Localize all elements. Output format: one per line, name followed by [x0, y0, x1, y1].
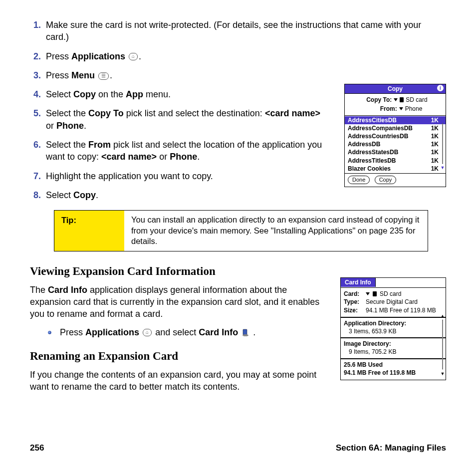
chevron-down-icon — [399, 107, 403, 110]
from-picklist[interactable]: Phone — [399, 105, 423, 113]
step-num: 6. — [30, 139, 46, 163]
from-label: From: — [368, 105, 397, 113]
cardinfo-tab: Card Info — [340, 277, 376, 287]
copy-dialog-titlebar: Copy i — [345, 84, 446, 94]
cardinfo-icon — [241, 329, 249, 337]
copy-to-label: Copy To: — [363, 96, 392, 104]
copy-dialog-title: Copy — [388, 85, 403, 92]
list-item[interactable]: AddressTitlesDB1K — [345, 157, 446, 165]
list-item[interactable]: AddressCountriesDB1K — [345, 132, 446, 140]
cardinfo-imgdir: Image Directory: 9 Items, 705.2 KB — [341, 337, 446, 358]
info-icon[interactable]: i — [437, 85, 444, 91]
list-item[interactable]: AddressCitiesDB1K — [345, 116, 446, 124]
scrollbar[interactable]: ▲ ▼ — [441, 313, 445, 377]
copy-to-picklist[interactable]: SD card — [394, 96, 427, 104]
step-num: 5. — [30, 107, 46, 132]
svg-rect-0 — [243, 329, 247, 335]
cardinfo-type: Secure Digital Card — [366, 298, 418, 306]
step-body: Press Applications ⌂. — [46, 50, 446, 62]
copy-button[interactable]: Copy — [375, 176, 397, 184]
step-body: Make sure the card is not write-protecte… — [46, 19, 446, 43]
list-item[interactable]: AddressStatesDB1K — [345, 148, 446, 156]
page-footer: 256 Section 6A: Managing Files — [30, 443, 446, 454]
step-body: Select Copy. — [46, 189, 446, 201]
copy-dialog-picks: Copy To: SD card From: Phone — [345, 94, 446, 115]
step-num: 7. — [30, 170, 46, 182]
svg-point-1 — [242, 334, 248, 336]
cardinfo-header: Card: SD card Type: Secure Digital Card … — [341, 287, 446, 317]
step-body: Press Menu ☰. — [46, 69, 446, 81]
list-item[interactable]: Blazer Cookies1K — [345, 165, 446, 173]
cardinfo-usage: 25.6 MB Used 94.1 MB Free of 119.8 MB — [341, 358, 446, 380]
scroll-down-icon[interactable]: ▼ — [441, 371, 445, 377]
cardinfo-card-picklist[interactable]: SD card — [366, 290, 401, 298]
list-item[interactable]: AddressCompaniesDB1K — [345, 124, 446, 132]
cardinfo-size: 94.1 MB Free of 119.8 MB — [366, 306, 436, 314]
scroll-up-icon[interactable]: ▲ — [441, 116, 445, 122]
applications-icon: ⌂ — [129, 53, 138, 60]
tip-label: Tip: — [54, 211, 124, 250]
step-num: 3. — [30, 69, 46, 81]
step-num: 1. — [30, 19, 46, 43]
menu-icon: ☰ — [98, 72, 109, 80]
chevron-down-icon — [394, 98, 398, 101]
step-num: 4. — [30, 88, 46, 100]
sdcard-icon — [373, 291, 377, 296]
tip-box: Tip: You can install an application dire… — [54, 210, 428, 251]
scroll-down-icon[interactable]: ▼ — [441, 165, 445, 171]
list-item[interactable]: AddressDB1K — [345, 140, 446, 148]
section-label: Section 6A: Managing Files — [336, 443, 446, 454]
done-button[interactable]: Done — [348, 176, 370, 184]
scroll-up-icon[interactable]: ▲ — [441, 313, 445, 319]
step-num: 8. — [30, 189, 46, 201]
copy-dialog: Copy i Copy To: SD card From: Phone Addr… — [344, 84, 446, 187]
scrollbar[interactable]: ▲ ▼ — [441, 116, 445, 171]
page-number: 256 — [30, 443, 44, 454]
sdcard-icon — [400, 97, 404, 102]
bullet-icon — [48, 331, 51, 334]
tip-body: You can install an application directly … — [124, 211, 428, 250]
applications-icon: ⌂ — [143, 329, 152, 336]
step-num: 2. — [30, 50, 46, 62]
heading-viewing: Viewing Expansion Card Information — [30, 263, 446, 279]
copy-dialog-list: AddressCitiesDB1KAddressCompaniesDB1KAdd… — [345, 115, 446, 173]
cardinfo-appdir: Application Directory: 3 Items, 653.9 KB — [341, 317, 446, 337]
chevron-down-icon — [366, 292, 370, 295]
cardinfo-panel: Card Info Card: SD card Type: Secure Dig… — [340, 277, 446, 380]
